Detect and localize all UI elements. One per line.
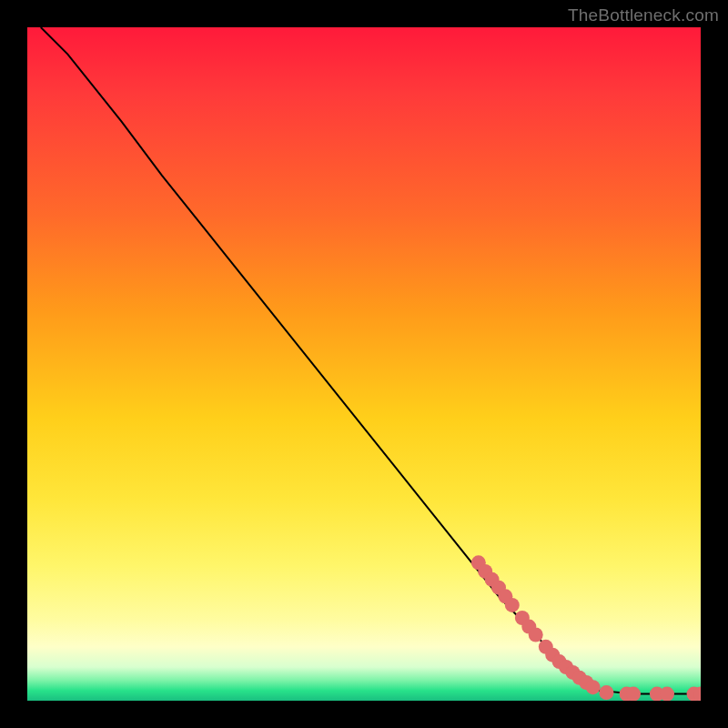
watermark-text: TheBottleneck.com bbox=[568, 5, 719, 25]
data-marker bbox=[626, 687, 641, 701]
plot-area bbox=[27, 27, 701, 701]
chart-svg bbox=[27, 27, 701, 701]
data-marker bbox=[599, 685, 613, 700]
data-marker bbox=[660, 687, 674, 701]
data-marker bbox=[586, 680, 601, 694]
bottleneck-curve bbox=[41, 27, 701, 694]
data-marker bbox=[529, 628, 543, 642]
data-marker bbox=[505, 598, 520, 612]
marker-group bbox=[471, 555, 701, 701]
chart-frame: TheBottleneck.com bbox=[0, 0, 728, 728]
